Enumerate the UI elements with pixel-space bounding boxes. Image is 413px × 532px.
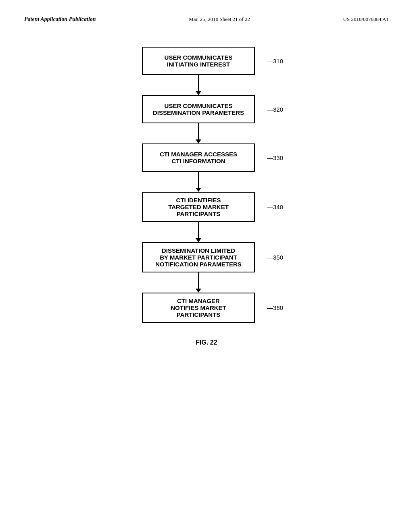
flow-box-340-text: CTI IDENTIFIESTARGETED MARKETPARTICIPANT… [168,197,229,217]
flow-box-350: DISSEMINATION LIMITEDBY MARKET PARTICIPA… [142,242,255,272]
arrow-330-340 [196,172,201,192]
flow-item-340: CTI IDENTIFIESTARGETED MARKETPARTICIPANT… [142,192,255,222]
flow-label-320: —320 [267,106,283,113]
arrow-head [196,91,201,95]
page-header: Patent Application Publication Mar. 25, … [0,0,413,31]
patent-number: US 2010/0076884 A1 [343,16,389,23]
publication-date-sheet: Mar. 25, 2010 Sheet 21 of 22 [189,16,250,23]
flow-label-350: —350 [267,254,283,261]
arrow-line [198,222,199,238]
flow-label-310: —310 [267,58,283,64]
flow-box-330: CTI MANAGER ACCESSESCTI INFORMATION [142,143,255,172]
flow-box-320-text: USER COMMUNICATESDISSEMINATION PARAMETER… [153,102,244,116]
arrow-310-320 [196,75,201,95]
arrow-head [196,289,201,293]
arrow-340-350 [196,222,201,242]
arrow-320-330 [196,123,201,143]
arrow-line [198,172,199,188]
arrow-head [196,188,201,192]
arrow-line [198,75,199,91]
arrow-line [198,123,199,139]
flow-box-320: USER COMMUNICATESDISSEMINATION PARAMETER… [142,95,255,123]
arrow-350-360 [196,272,201,293]
flow-box-310-text: USER COMMUNICATESINITIATING INTEREST [165,54,233,68]
flow-box-330-text: CTI MANAGER ACCESSESCTI INFORMATION [160,151,237,164]
flow-label-340: —340 [267,204,283,210]
flow-box-360: CTI MANAGERNOTIFIES MARKETPARTICIPANTS [142,293,255,323]
flow-item-350: DISSEMINATION LIMITEDBY MARKET PARTICIPA… [142,242,255,272]
flow-label-330: —330 [267,154,283,161]
arrow-line [198,272,199,289]
flow-wrapper: USER COMMUNICATESINITIATING INTEREST —31… [142,47,255,323]
flow-box-350-text: DISSEMINATION LIMITEDBY MARKET PARTICIPA… [155,247,242,268]
flow-box-360-text: CTI MANAGERNOTIFIES MARKETPARTICIPANTS [171,297,226,318]
flow-label-360: —360 [267,304,283,311]
flow-box-340: CTI IDENTIFIESTARGETED MARKETPARTICIPANT… [142,192,255,222]
flow-box-310: USER COMMUNICATESINITIATING INTEREST [142,47,255,75]
flow-item-310: USER COMMUNICATESINITIATING INTEREST —31… [142,47,255,75]
flow-item-330: CTI MANAGER ACCESSESCTI INFORMATION —330 [142,143,255,172]
arrow-head [196,139,201,143]
flow-item-320: USER COMMUNICATESDISSEMINATION PARAMETER… [142,95,255,123]
flow-item-360: CTI MANAGERNOTIFIES MARKETPARTICIPANTS —… [142,293,255,323]
figure-caption: FIG. 22 [196,339,217,346]
publication-label: Patent Application Publication [24,16,96,23]
flow-diagram: USER COMMUNICATESINITIATING INTEREST —31… [0,31,413,354]
arrow-head [196,238,201,242]
